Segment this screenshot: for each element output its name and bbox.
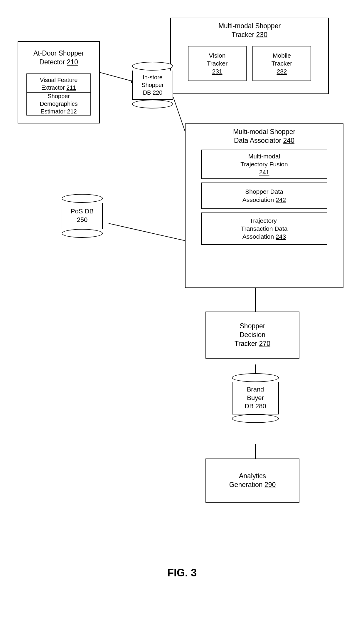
vision-tracker-number: 231	[212, 68, 222, 75]
shopper-demographics-label: ShopperDemographicsEstimator 212	[40, 92, 78, 115]
shopper-data-assoc-label: Shopper DataAssociation 242	[242, 188, 286, 204]
visual-feature-box: Visual FeatureExtractor 211	[26, 73, 91, 94]
shopper-data-assoc-number: 242	[276, 196, 286, 203]
instore-db-label: In-storeShopperDB 220	[141, 73, 164, 96]
multimodal-tracker-box: Multi-modal ShopperTracker 230 VisionTra…	[170, 18, 329, 94]
trajectory-transaction-number: 243	[276, 233, 286, 240]
analytics-generation-label: AnalyticsGeneration 290	[229, 472, 276, 489]
shopper-demographics-number: 212	[67, 108, 77, 115]
mobile-tracker-label: MobileTracker232	[272, 51, 292, 76]
pos-db-cylinder: PoS DB250	[59, 194, 106, 238]
shopper-demographics-box: ShopperDemographicsEstimator 212	[26, 92, 91, 116]
brand-buyer-db-label: BrandBuyerDB 280	[245, 385, 266, 411]
instore-db-cylinder: In-storeShopperDB 220	[129, 62, 176, 108]
shopper-decision-number: 270	[259, 340, 270, 347]
mobile-tracker-box: MobileTracker232	[252, 46, 311, 81]
diagram-container: At-Door ShopperDetector 210 Visual Featu…	[0, 0, 364, 588]
vision-tracker-box: VisionTracker231	[188, 46, 247, 81]
analytics-generation-box: AnalyticsGeneration 290	[205, 459, 299, 503]
multimodal-associator-label: Multi-modal ShopperData Associator 240	[233, 128, 295, 145]
visual-feature-number: 211	[66, 84, 76, 91]
trajectory-transaction-label: Trajectory-Transaction DataAssociation 2…	[241, 217, 287, 241]
trajectory-fusion-box: Multi-modalTrajectory Fusion241	[201, 150, 327, 179]
visual-feature-label: Visual FeatureExtractor 211	[40, 76, 78, 91]
figure-label: FIG. 3	[167, 567, 197, 579]
trajectory-transaction-box: Trajectory-Transaction DataAssociation 2…	[201, 213, 327, 245]
shopper-decision-label: ShopperDecisionTracker 270	[235, 322, 270, 348]
brand-buyer-db-cylinder: BrandBuyerDB 280	[229, 373, 282, 423]
pos-db-label: PoS DB250	[71, 207, 94, 224]
at-door-detector-box: At-Door ShopperDetector 210 Visual Featu…	[18, 41, 100, 123]
instore-db-number: 220	[153, 89, 162, 96]
vision-tracker-label: VisionTracker231	[207, 51, 227, 76]
mobile-tracker-number: 232	[277, 68, 287, 75]
shopper-decision-box: ShopperDecisionTracker 270	[205, 312, 299, 359]
analytics-generation-number: 290	[264, 481, 276, 488]
at-door-label: At-Door ShopperDetector 210	[33, 49, 84, 67]
multimodal-tracker-number: 230	[256, 31, 267, 39]
at-door-number: 210	[67, 58, 78, 66]
multimodal-associator-box: Multi-modal ShopperData Associator 240 M…	[185, 123, 343, 288]
brand-buyer-db-number: 280	[255, 402, 266, 410]
pos-db-number: 250	[77, 216, 88, 223]
shopper-data-assoc-box: Shopper DataAssociation 242	[201, 183, 327, 209]
trajectory-fusion-label: Multi-modalTrajectory Fusion241	[240, 152, 288, 176]
multimodal-tracker-label: Multi-modal ShopperTracker 230	[218, 22, 281, 39]
multimodal-associator-number: 240	[283, 137, 294, 144]
trajectory-fusion-number: 241	[259, 169, 269, 175]
